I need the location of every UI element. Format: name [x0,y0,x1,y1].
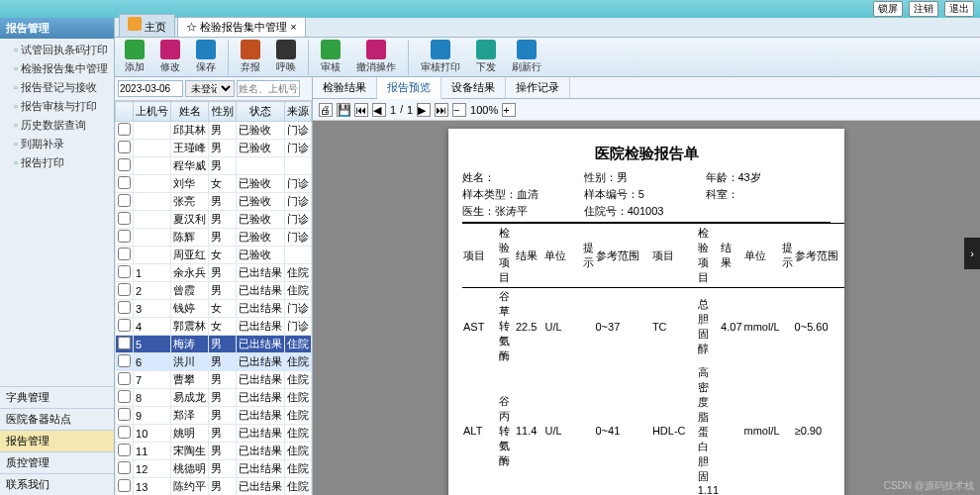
row-checkbox[interactable] [118,301,131,314]
tree-item[interactable]: 报告登记与接收 [0,78,114,97]
zoom-in-icon[interactable]: + [502,103,516,117]
grid-header[interactable]: 上机号 [134,102,171,122]
row-checkbox[interactable] [118,230,131,243]
edit-button[interactable]: 修改 [156,38,184,76]
last-page-icon[interactable]: ⏭ [435,103,448,117]
row-checkbox[interactable] [118,176,131,189]
patient-grid[interactable]: 上机号姓名性别状态来源邱其林男已验收门诊王瑾峰男已验收门诊程华威男刘华女已验收门… [115,101,312,495]
bottom-nav-item[interactable]: 字典管理 [0,386,114,408]
table-row[interactable]: 4郭震林女已出结果门诊 [116,318,312,336]
table-row[interactable]: 3钱婷女已出结果门诊 [116,300,312,318]
save-button[interactable]: 保存 [192,38,220,76]
grid-header[interactable]: 性别 [209,102,236,122]
row-checkbox[interactable] [118,337,131,349]
table-row[interactable]: 邱其林男已验收门诊 [116,122,312,140]
grid-header[interactable]: 来源 [284,102,311,122]
grid-header[interactable] [116,102,134,122]
bottom-nav-item[interactable]: 医院备器站点 [0,408,114,430]
row-checkbox[interactable] [118,390,131,403]
bottom-nav-item[interactable]: 报告管理 [0,430,114,451]
exit-button[interactable]: 退出 [944,1,974,17]
table-row[interactable]: 5梅涛男已出结果住院 [116,336,312,353]
table-row[interactable]: 陈辉男已验收门诊 [116,229,312,247]
status-select[interactable]: 未登记 [185,80,235,97]
tree-item[interactable]: 到期补录 [0,135,114,153]
table-row[interactable]: 9郑泽男已出结果住院 [116,407,312,425]
report-page: 医院检验报告单 姓名：性别：男年龄：43岁样本类型：血清样本编号：5科室：医生：… [448,129,844,495]
bottom-nav-item[interactable]: 联系我们 [0,473,114,495]
table-row[interactable]: 11宋陶生男已出结果住院 [116,443,312,460]
row-checkbox[interactable] [118,123,131,136]
row-checkbox[interactable] [118,444,131,456]
review-button[interactable]: 审核 [317,38,344,76]
table-row[interactable]: 12桃德明男已出结果住院 [116,460,312,478]
logout-button[interactable]: 注销 [909,1,938,17]
add-button[interactable]: 添加 [121,38,148,76]
detail-pane: 检验结果报告预览设备结果操作记录 🖨 💾 ⏮ ◀ 1/1 ▶ ⏭ − 100% … [313,77,980,495]
row-checkbox[interactable] [118,479,131,492]
row-checkbox[interactable] [118,248,131,260]
table-row[interactable]: 刘华女已验收门诊 [116,175,312,193]
first-page-icon[interactable]: ⏮ [354,103,368,117]
tree-item[interactable]: 试管回执条码打印 [0,41,114,59]
table-row[interactable]: 10姚明男已出结果住院 [116,425,312,443]
search-input[interactable] [237,80,300,97]
left-title: 报告管理 [0,18,114,39]
row-checkbox[interactable] [118,283,131,296]
table-row[interactable]: 1余永兵男已出结果住院 [116,264,312,282]
prev-page-icon[interactable]: ◀ [372,103,386,117]
zoom-out-icon[interactable]: − [452,103,466,117]
preview-toolbar: 🖨 💾 ⏮ ◀ 1/1 ▶ ⏭ − 100% + [313,99,980,121]
abort-button[interactable]: 弃报 [237,38,264,76]
row-checkbox[interactable] [118,194,131,207]
detail-tab[interactable]: 报告预览 [377,77,441,99]
table-row[interactable]: 张亮男已验收门诊 [116,193,312,211]
tab-report-mgr[interactable]: ☆ 检验报告集中管理 × [177,17,306,37]
row-checkbox[interactable] [118,141,131,153]
table-row[interactable]: 2曾霞男已出结果住院 [116,282,312,300]
refresh-button[interactable]: 刷新行 [508,38,545,76]
undo-button[interactable]: 撤消操作 [352,38,400,76]
tab-home[interactable]: 主页 [119,14,175,37]
detail-tab[interactable]: 检验结果 [313,77,377,98]
detail-tab[interactable]: 操作记录 [506,77,570,98]
next-page-icon[interactable]: ▶ [417,103,431,117]
tree-item[interactable]: 报告审核与打印 [0,97,114,116]
table-row[interactable]: 6洪川男已出结果住院 [116,353,312,371]
print-icon[interactable]: 🖨 [319,103,333,117]
row-checkbox[interactable] [118,319,131,332]
row-checkbox[interactable] [118,426,131,439]
callback-button[interactable]: 呼唤 [272,38,300,76]
row-checkbox[interactable] [118,212,131,225]
scroll-right-icon[interactable]: › [964,238,980,269]
abort-icon [241,40,260,59]
tree-item[interactable]: 检验报告集中管理 [0,59,114,78]
table-row[interactable]: 13陈约平男已出结果住院 [116,478,312,496]
tree-item[interactable]: 报告打印 [0,153,114,172]
row-checkbox[interactable] [118,372,131,385]
refresh-icon [517,40,537,59]
tree-item[interactable]: 历史数据查询 [0,116,114,135]
grid-header[interactable]: 状态 [236,102,284,122]
reprint-button[interactable]: 审核打印 [417,38,464,76]
lock-button[interactable]: 锁屏 [873,1,903,17]
table-row[interactable]: 周亚红女已验收 [116,247,312,264]
save-icon[interactable]: 💾 [337,103,350,117]
edit-icon [160,40,180,59]
row-checkbox[interactable] [118,158,131,171]
bottom-nav-item[interactable]: 质控管理 [0,451,114,473]
table-row[interactable]: 程华威男 [116,157,312,175]
grid-header[interactable]: 姓名 [171,102,209,122]
send-button[interactable]: 下发 [472,38,500,76]
row-checkbox[interactable] [118,461,131,474]
table-row[interactable]: 8易成龙男已出结果住院 [116,389,312,407]
row-checkbox[interactable] [118,265,131,278]
table-row[interactable]: 王瑾峰男已验收门诊 [116,140,312,157]
date-input[interactable] [118,80,183,97]
table-row[interactable]: 夏汉利男已验收门诊 [116,211,312,229]
table-row[interactable]: 7曹攀男已出结果住院 [116,371,312,389]
report-preview[interactable]: 医院检验报告单 姓名：性别：男年龄：43岁样本类型：血清样本编号：5科室：医生：… [313,121,980,495]
detail-tab[interactable]: 设备结果 [441,77,506,98]
row-checkbox[interactable] [118,354,131,367]
row-checkbox[interactable] [118,408,131,421]
